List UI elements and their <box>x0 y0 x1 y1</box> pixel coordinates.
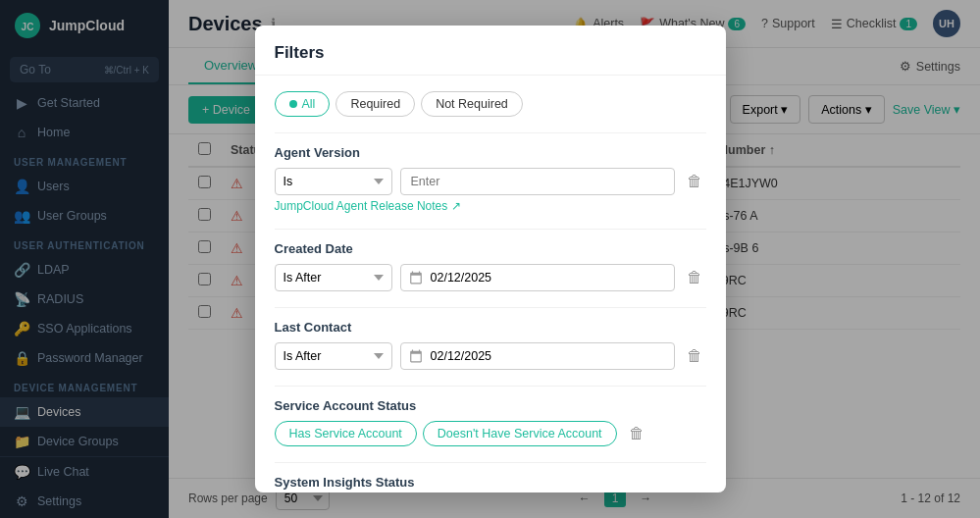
service-account-delete-button[interactable]: 🗑 <box>625 421 648 446</box>
filter-required-button[interactable]: Required <box>335 91 415 117</box>
agent-version-select[interactable]: Is Is Not Contains <box>275 168 392 195</box>
last-contact-row: Is After Is Before Is 🗑 <box>275 342 706 370</box>
filter-type-group: All Required Not Required <box>275 91 706 117</box>
agent-version-section: Agent Version Is Is Not Contains 🗑 JumpC… <box>275 145 706 213</box>
created-date-section: Created Date Is After Is Before Is 🗑 <box>275 241 706 291</box>
agent-version-label: Agent Version <box>275 145 706 160</box>
filter-not-required-button[interactable]: Not Required <box>421 91 523 117</box>
modal-title: Filters <box>255 26 726 76</box>
last-contact-delete-button[interactable]: 🗑 <box>683 343 706 369</box>
service-account-label: Service Account Status <box>275 398 706 413</box>
active-dot <box>289 100 297 108</box>
filter-type-section: All Required Not Required <box>275 91 706 117</box>
no-service-account-label: Doesn't Have Service Account <box>438 427 602 440</box>
created-date-label: Created Date <box>275 241 706 256</box>
filter-required-label: Required <box>350 97 400 111</box>
agent-version-row: Is Is Not Contains 🗑 <box>275 168 706 195</box>
release-notes-label: JumpCloud Agent Release Notes ↗ <box>275 199 461 213</box>
service-account-toggle-group: Has Service Account Doesn't Have Service… <box>275 421 617 446</box>
filter-all-label: All <box>302 97 316 111</box>
filter-all-button[interactable]: All <box>275 91 331 117</box>
filter-not-required-label: Not Required <box>436 97 508 111</box>
system-insights-section: System Insights Status Enabled Not Enabl… <box>275 475 706 492</box>
agent-version-delete-button[interactable]: 🗑 <box>683 169 706 194</box>
modal-body: All Required Not Required Agent Version … <box>255 76 726 492</box>
created-date-input[interactable] <box>400 264 675 291</box>
created-date-select[interactable]: Is After Is Before Is <box>275 264 392 291</box>
service-account-row: Has Service Account Doesn't Have Service… <box>275 421 706 446</box>
last-contact-input[interactable] <box>400 342 675 370</box>
system-insights-label: System Insights Status <box>275 475 706 490</box>
agent-version-input[interactable] <box>400 168 675 195</box>
service-account-section: Service Account Status Has Service Accou… <box>275 398 706 446</box>
has-service-account-button[interactable]: Has Service Account <box>275 421 417 446</box>
modal-overlay: Filters All Required Not Required <box>0 0 980 518</box>
last-contact-label: Last Contact <box>275 320 706 335</box>
last-contact-section: Last Contact Is After Is Before Is 🗑 <box>275 320 706 370</box>
release-notes-link[interactable]: JumpCloud Agent Release Notes ↗ <box>275 199 706 213</box>
no-service-account-button[interactable]: Doesn't Have Service Account <box>423 421 617 446</box>
created-date-row: Is After Is Before Is 🗑 <box>275 264 706 291</box>
filters-modal: Filters All Required Not Required <box>255 26 726 492</box>
created-date-delete-button[interactable]: 🗑 <box>683 265 706 290</box>
has-service-account-label: Has Service Account <box>289 427 402 440</box>
last-contact-select[interactable]: Is After Is Before Is <box>275 342 392 370</box>
